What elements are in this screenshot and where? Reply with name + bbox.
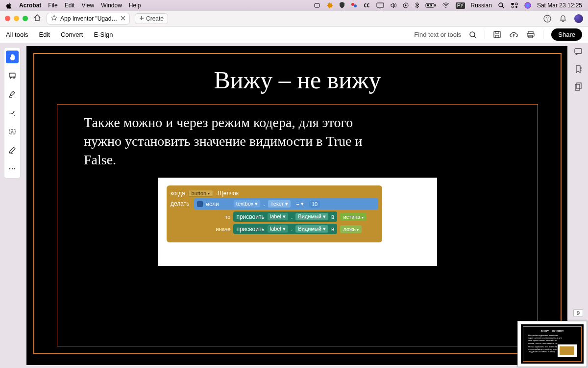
blk-false: ложь bbox=[340, 225, 362, 233]
find-label[interactable]: Find text or tools bbox=[414, 31, 461, 38]
control-center-icon[interactable] bbox=[511, 2, 518, 8]
new-tab-label: Create bbox=[146, 15, 164, 22]
menu-view[interactable]: View bbox=[81, 2, 94, 9]
blk-eq: = ▾ bbox=[294, 200, 306, 208]
bell-icon[interactable] bbox=[559, 14, 567, 23]
mac-menubar: Acrobat File Edit View Window Help РУ Ru… bbox=[0, 0, 588, 11]
pages-panel-icon[interactable] bbox=[574, 82, 583, 91]
slide-outer-frame: Вижу – не вижу Также можно и через режим… bbox=[33, 53, 562, 354]
window-tab-bar: App Inventor "Ugadayk… Create ? bbox=[0, 11, 588, 26]
save-icon[interactable] bbox=[493, 30, 501, 39]
status-battery-icon[interactable] bbox=[425, 2, 436, 8]
svg-rect-0 bbox=[315, 3, 319, 7]
help-icon[interactable]: ? bbox=[543, 14, 552, 23]
status-bluetooth-icon[interactable] bbox=[415, 2, 419, 9]
user-avatar[interactable] bbox=[574, 14, 583, 23]
gear-icon bbox=[197, 201, 203, 207]
svg-point-14 bbox=[512, 6, 514, 8]
blk-click: .Щелчок bbox=[216, 190, 239, 197]
status-display-icon[interactable] bbox=[376, 2, 384, 8]
blk-text-prop: Текст ▾ bbox=[268, 200, 291, 208]
status-shield-icon[interactable] bbox=[339, 2, 345, 9]
clock[interactable]: Sat Mar 23 12:25 bbox=[537, 2, 582, 9]
page-current[interactable]: 9 bbox=[573, 309, 583, 317]
cloud-upload-icon[interactable] bbox=[509, 31, 518, 39]
app-toolbar: All tools Edit Convert E-Sign Find text … bbox=[0, 26, 588, 43]
blk-visible-2: Видимый ▾ bbox=[295, 225, 328, 233]
new-tab-button[interactable]: Create bbox=[135, 13, 168, 24]
input-lang-badge[interactable]: РУ bbox=[456, 2, 465, 9]
tab-title: App Inventor "Ugadayk… bbox=[60, 15, 118, 22]
svg-rect-41 bbox=[575, 84, 580, 90]
right-panel-rail bbox=[571, 47, 585, 91]
document-tab[interactable]: App Inventor "Ugadayk… bbox=[47, 13, 130, 25]
code-blocks-image: когда button .Щелчок делать если bbox=[158, 178, 437, 266]
tb-all-tools[interactable]: All tools bbox=[6, 31, 28, 38]
star-icon[interactable] bbox=[51, 15, 57, 23]
input-lang-label[interactable]: Russian bbox=[471, 2, 492, 9]
status-cc-icon[interactable] bbox=[364, 2, 370, 8]
svg-point-34 bbox=[9, 168, 10, 169]
menu-window[interactable]: Window bbox=[101, 2, 122, 9]
blk-button-dd: button bbox=[188, 190, 214, 197]
blk-v-2: в bbox=[331, 226, 334, 233]
blk-true: истина bbox=[340, 213, 366, 221]
text-box-tool[interactable]: A bbox=[6, 125, 19, 138]
blk-textbox: textbox ▾ bbox=[234, 200, 261, 208]
sign-tool[interactable] bbox=[6, 144, 19, 157]
close-window-icon[interactable] bbox=[5, 16, 10, 21]
search-icon[interactable] bbox=[469, 31, 477, 39]
print-icon[interactable] bbox=[526, 30, 535, 39]
blk-assign-1: присвоить bbox=[236, 213, 264, 220]
svg-rect-22 bbox=[494, 31, 500, 38]
status-puzzle-icon[interactable] bbox=[326, 2, 333, 9]
svg-rect-4 bbox=[379, 8, 381, 8]
traffic-lights[interactable] bbox=[5, 16, 28, 21]
document-page[interactable]: Вижу – не вижу Также можно и через режим… bbox=[26, 46, 567, 365]
app-name[interactable]: Acrobat bbox=[19, 2, 41, 9]
blk-then: то bbox=[213, 214, 230, 220]
menu-edit[interactable]: Edit bbox=[65, 2, 75, 9]
blk-label-1: label ▾ bbox=[268, 213, 288, 220]
apple-icon[interactable] bbox=[6, 2, 12, 9]
more-tools[interactable] bbox=[6, 162, 19, 175]
tb-edit[interactable]: Edit bbox=[39, 31, 50, 38]
status-play-icon[interactable] bbox=[403, 2, 409, 8]
share-button[interactable]: Share bbox=[551, 28, 582, 41]
bookmarks-panel-icon[interactable] bbox=[574, 65, 583, 74]
blk-assign-2: присвоить bbox=[236, 226, 264, 233]
slide-title: Вижу – не вижу bbox=[34, 66, 561, 94]
comment-tool[interactable] bbox=[6, 69, 19, 82]
status-wifi-icon[interactable] bbox=[442, 2, 450, 8]
svg-point-20 bbox=[470, 32, 475, 37]
svg-point-31 bbox=[14, 115, 15, 116]
tb-esign[interactable]: E-Sign bbox=[94, 31, 113, 38]
left-tool-rail: A bbox=[4, 47, 21, 179]
svg-line-11 bbox=[502, 6, 504, 8]
home-icon[interactable] bbox=[33, 13, 42, 24]
thumb-title: Вижу – не вижу bbox=[523, 329, 581, 333]
status-icon[interactable] bbox=[314, 2, 320, 8]
chat-panel-icon[interactable] bbox=[574, 47, 583, 56]
draw-tool[interactable] bbox=[6, 106, 19, 119]
close-tab-icon[interactable] bbox=[121, 15, 125, 22]
menu-file[interactable]: File bbox=[48, 2, 57, 9]
svg-text:A: A bbox=[11, 130, 14, 134]
tb-convert[interactable]: Convert bbox=[61, 31, 83, 38]
status-volume-icon[interactable] bbox=[390, 2, 397, 8]
zoom-window-icon[interactable] bbox=[23, 16, 28, 21]
highlight-tool[interactable] bbox=[6, 88, 19, 101]
svg-rect-37 bbox=[575, 49, 582, 53]
hand-tool[interactable] bbox=[6, 51, 19, 63]
svg-line-21 bbox=[474, 36, 476, 38]
minimize-window-icon[interactable] bbox=[14, 16, 19, 21]
page-thumbnail-preview[interactable]: Вижу – не вижу Настройка видимости позво… bbox=[517, 321, 587, 367]
siri-icon[interactable] bbox=[524, 2, 531, 9]
menu-help[interactable]: Help bbox=[129, 2, 141, 9]
blk-else: иначе bbox=[213, 226, 230, 232]
svg-point-15 bbox=[515, 6, 517, 8]
blk-ten: 10 bbox=[309, 201, 320, 208]
spotlight-icon[interactable] bbox=[498, 2, 505, 9]
divider bbox=[485, 30, 485, 39]
status-circles-icon[interactable] bbox=[351, 2, 358, 9]
